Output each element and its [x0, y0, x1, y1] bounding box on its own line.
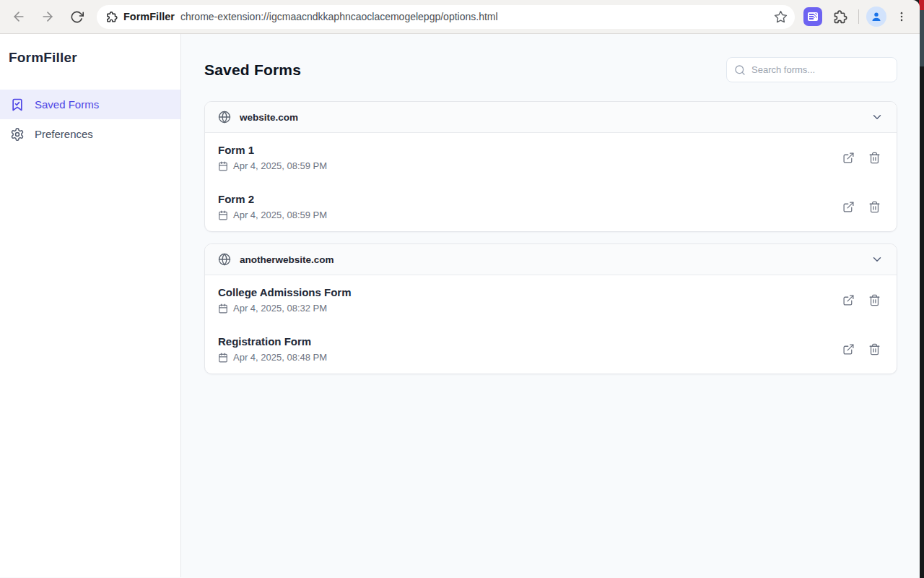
trash-icon	[868, 152, 881, 164]
form-saved-date: Apr 4, 2025, 08:59 PM	[218, 160, 327, 171]
sidebar-item-label: Preferences	[35, 128, 93, 140]
form-actions	[842, 343, 881, 355]
delete-form-button[interactable]	[868, 294, 881, 306]
background-window-edge	[919, 0, 924, 578]
browser-menu-button[interactable]	[892, 5, 911, 28]
forward-arrow-icon	[40, 9, 55, 24]
open-form-button[interactable]	[842, 343, 855, 355]
form-actions	[842, 152, 881, 164]
puzzle-piece-icon	[832, 9, 847, 25]
form-saved-date: Apr 4, 2025, 08:32 PM	[218, 303, 351, 314]
form-info: Registration Form Apr 4, 2025, 08:48 PM	[218, 335, 327, 363]
app-title: FormFiller	[0, 34, 180, 90]
form-group-card: anotherwebsite.com College Admissions Fo…	[204, 243, 897, 374]
gear-icon	[10, 127, 25, 142]
form-info: College Admissions Form Apr 4, 2025, 08:…	[218, 286, 351, 314]
chevron-down-icon	[871, 253, 884, 266]
collapse-group-button[interactable]	[871, 111, 884, 124]
form-saved-date: Apr 4, 2025, 08:48 PM	[218, 352, 327, 363]
sidebar-nav: Saved Forms Preferences	[0, 90, 180, 149]
form-name: College Admissions Form	[218, 286, 351, 298]
chevron-down-icon	[871, 111, 884, 124]
profile-avatar-button[interactable]	[866, 7, 886, 27]
form-date-text: Apr 4, 2025, 08:48 PM	[233, 352, 327, 363]
calendar-icon	[218, 161, 228, 171]
globe-icon	[218, 111, 231, 124]
back-arrow-icon	[12, 9, 26, 24]
calendar-icon	[218, 303, 228, 314]
form-actions	[842, 294, 881, 306]
back-button[interactable]	[7, 5, 30, 28]
formfiller-pinned-extension-button[interactable]	[803, 7, 822, 26]
form-name: Registration Form	[218, 335, 327, 348]
calendar-icon	[218, 353, 228, 363]
form-actions	[842, 201, 881, 213]
group-domain: anotherwebsite.com	[240, 254, 334, 265]
form-info: Form 2 Apr 4, 2025, 08:59 PM	[218, 193, 327, 220]
page-title: Saved Forms	[204, 61, 301, 79]
browser-toolbar: FormFiller chrome-extension://igcmaacndk…	[0, 0, 920, 34]
form-group-card: website.com Form 1 Ap	[204, 101, 897, 232]
form-date-text: Apr 4, 2025, 08:59 PM	[233, 160, 327, 171]
extension-name-chip[interactable]: FormFiller	[123, 11, 175, 22]
form-name: Form 2	[218, 193, 327, 205]
toolbar-divider	[858, 9, 859, 24]
trash-icon	[868, 201, 881, 213]
extension-puzzle-chip-icon	[105, 11, 118, 23]
sidebar-item-preferences[interactable]: Preferences	[0, 119, 180, 149]
trash-icon	[868, 343, 881, 355]
search-input[interactable]	[751, 64, 889, 75]
form-row: Form 1 Apr 4, 2025, 08:59 PM	[205, 133, 897, 182]
extensions-menu-button[interactable]	[828, 5, 851, 28]
sidebar-item-label: Saved Forms	[35, 98, 99, 111]
external-link-icon	[842, 294, 855, 306]
search-box	[726, 57, 897, 82]
open-form-button[interactable]	[842, 152, 855, 164]
trash-icon	[868, 294, 881, 306]
main-header: Saved Forms	[204, 57, 897, 82]
form-row: Form 2 Apr 4, 2025, 08:59 PM	[205, 182, 897, 231]
sidebar: FormFiller Saved Forms Preferences	[0, 34, 181, 577]
external-link-icon	[842, 152, 855, 164]
bookmark-star-button[interactable]	[774, 10, 788, 24]
calendar-icon	[218, 210, 228, 220]
options-page: FormFiller Saved Forms Preferences	[0, 34, 920, 577]
group-domain: website.com	[240, 112, 298, 123]
form-saved-date: Apr 4, 2025, 08:59 PM	[218, 210, 327, 220]
form-info: Form 1 Apr 4, 2025, 08:59 PM	[218, 144, 327, 171]
delete-form-button[interactable]	[868, 201, 881, 213]
form-row: Registration Form Apr 4, 2025, 08:48 PM	[205, 324, 897, 374]
reload-icon	[70, 10, 84, 24]
delete-form-button[interactable]	[868, 152, 881, 164]
group-header[interactable]: website.com	[205, 102, 897, 133]
formfiller-extension-icon	[808, 12, 818, 21]
collapse-group-button[interactable]	[871, 253, 884, 266]
url-text[interactable]: chrome-extension://igcmaacndkkaphncaocla…	[180, 11, 768, 22]
globe-icon	[218, 253, 231, 266]
forward-button[interactable]	[36, 5, 59, 28]
open-form-button[interactable]	[842, 201, 855, 213]
form-row: College Admissions Form Apr 4, 2025, 08:…	[205, 275, 897, 324]
reload-button[interactable]	[65, 5, 88, 28]
delete-form-button[interactable]	[868, 343, 881, 355]
address-bar[interactable]: FormFiller chrome-extension://igcmaacndk…	[97, 5, 795, 29]
group-header[interactable]: anotherwebsite.com	[205, 244, 897, 275]
form-date-text: Apr 4, 2025, 08:32 PM	[233, 303, 327, 314]
external-link-icon	[842, 201, 855, 213]
kebab-menu-icon	[895, 10, 908, 23]
browser-window: FormFiller chrome-extension://igcmaacndk…	[0, 0, 920, 578]
background-window-close-sliver	[919, 0, 924, 10]
background-window-header-sliver	[919, 10, 924, 66]
form-date-text: Apr 4, 2025, 08:59 PM	[233, 210, 327, 220]
open-form-button[interactable]	[842, 294, 855, 306]
profile-avatar-icon	[870, 10, 883, 23]
star-icon	[774, 10, 788, 24]
form-name: Form 1	[218, 144, 327, 156]
external-link-icon	[842, 343, 855, 355]
bookmark-check-icon	[10, 98, 25, 112]
sidebar-item-saved-forms[interactable]: Saved Forms	[0, 90, 180, 119]
main-content: Saved Forms website.com	[181, 34, 920, 577]
search-icon	[734, 64, 746, 76]
